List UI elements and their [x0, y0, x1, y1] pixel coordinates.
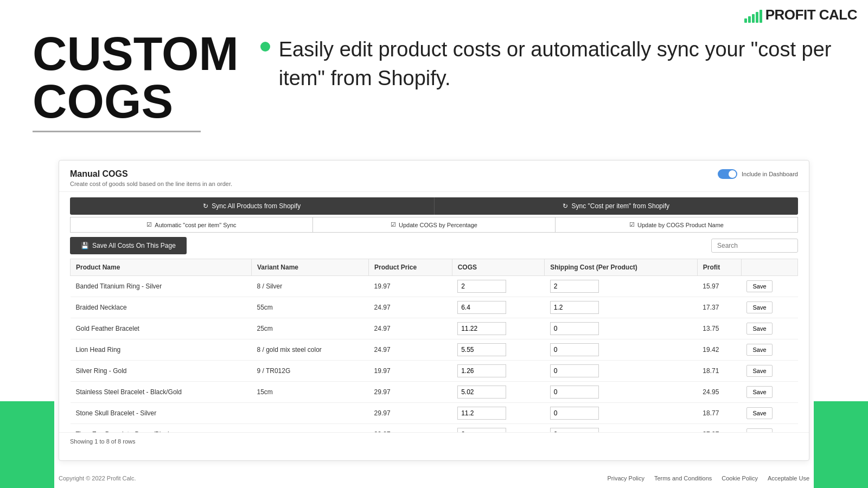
cell-cogs[interactable] — [452, 361, 545, 382]
cell-cogs[interactable] — [452, 424, 545, 433]
cell-save[interactable]: Save — [741, 318, 797, 339]
cell-variant-name — [251, 403, 368, 424]
shipping-input[interactable] — [550, 280, 599, 293]
cell-save[interactable]: Save — [741, 361, 797, 382]
cell-cogs[interactable] — [452, 276, 545, 297]
cell-profit: 27.97 — [697, 424, 741, 433]
cell-variant-name: 15cm — [251, 382, 368, 403]
save-row-button[interactable]: Save — [746, 344, 772, 356]
cell-shipping[interactable] — [545, 276, 698, 297]
cogs-input[interactable] — [457, 322, 506, 335]
cell-save[interactable]: Save — [741, 424, 797, 433]
hero-bullet-icon — [260, 42, 270, 52]
shipping-input[interactable] — [550, 364, 599, 377]
cogs-input[interactable] — [457, 428, 506, 432]
save-row-button[interactable]: Save — [746, 428, 772, 432]
sync-button-row: ↻ Sync All Products from Shopify ↻ Sync … — [70, 197, 798, 215]
cell-variant-name: 9 / TR012G — [251, 361, 368, 382]
update-by-name-button[interactable]: ☑ Update by COGS Product Name — [556, 217, 798, 233]
table-header-row: Product Name Variant Name Product Price … — [71, 259, 798, 276]
save-row-button[interactable]: Save — [746, 365, 772, 377]
cell-save[interactable]: Save — [741, 382, 797, 403]
cell-save[interactable]: Save — [741, 403, 797, 424]
cell-product-name: Lion Head Ring — [71, 339, 252, 361]
col-shipping-cost: Shipping Cost (Per Product) — [545, 259, 698, 276]
cell-shipping[interactable] — [545, 361, 698, 382]
cell-profit: 15.97 — [697, 276, 741, 297]
hero-title-block: CUSTOM COGS — [33, 30, 239, 132]
cogs-input[interactable] — [457, 407, 506, 420]
main-card: Manual COGS Create cost of goods sold ba… — [59, 160, 809, 461]
footer-link[interactable]: Cookie Policy — [722, 475, 758, 481]
sync-cost-button[interactable]: ↻ Sync "Cost per item" from Shopify — [434, 197, 799, 215]
cell-product-name: Silver Ring - Gold — [71, 361, 252, 382]
col-actions — [741, 259, 797, 276]
toggle-row: Include in Dashboard — [718, 169, 798, 179]
sync-all-products-button[interactable]: ↻ Sync All Products from Shopify — [70, 197, 434, 215]
save-row-button[interactable]: Save — [746, 323, 772, 335]
sync-icon: ↻ — [203, 202, 208, 210]
save-all-button[interactable]: 💾 Save All Costs On This Page — [70, 237, 187, 254]
include-dashboard-toggle[interactable] — [718, 169, 737, 179]
cell-shipping[interactable] — [545, 403, 698, 424]
cell-shipping[interactable] — [545, 318, 698, 339]
cell-product-name: Stone Skull Bracelet - Silver — [71, 403, 252, 424]
cell-cogs[interactable] — [452, 382, 545, 403]
sync-cost-icon: ↻ — [563, 202, 568, 210]
cell-profit: 18.71 — [697, 361, 741, 382]
table-footer: Showing 1 to 8 of 8 rows — [59, 432, 809, 450]
col-variant-name: Variant Name — [251, 259, 368, 276]
cell-cogs[interactable] — [452, 339, 545, 361]
brand-bar: PROFIT CALC — [733, 0, 868, 30]
hero-divider — [33, 131, 201, 132]
bar5-icon — [760, 10, 762, 23]
cell-save[interactable]: Save — [741, 339, 797, 361]
cell-cogs[interactable] — [452, 297, 545, 318]
cell-shipping[interactable] — [545, 424, 698, 433]
cell-cogs[interactable] — [452, 403, 545, 424]
cell-save[interactable]: Save — [741, 297, 797, 318]
cell-save[interactable]: Save — [741, 276, 797, 297]
cogs-input[interactable] — [457, 364, 506, 377]
products-table-container: Product Name Variant Name Product Price … — [70, 259, 798, 432]
search-input[interactable] — [711, 239, 798, 253]
cell-shipping[interactable] — [545, 297, 698, 318]
shipping-input[interactable] — [550, 322, 599, 335]
toggle-label: Include in Dashboard — [742, 171, 798, 177]
save-row-button[interactable]: Save — [746, 280, 772, 292]
update-cogs-percentage-button[interactable]: ☑ Update COGS by Percentage — [313, 217, 556, 233]
table-row: Lion Head Ring 8 / gold mix steel color … — [71, 339, 798, 361]
cogs-input[interactable] — [457, 301, 506, 314]
shipping-input[interactable] — [550, 428, 599, 432]
shipping-input[interactable] — [550, 343, 599, 356]
save-row-button[interactable]: Save — [746, 301, 772, 313]
shipping-input[interactable] — [550, 301, 599, 314]
save-row-button[interactable]: Save — [746, 386, 772, 398]
bar4-icon — [756, 12, 758, 23]
check3-icon: ☑ — [629, 221, 635, 228]
cogs-input[interactable] — [457, 386, 506, 399]
save-row-button[interactable]: Save — [746, 407, 772, 419]
shipping-input[interactable] — [550, 407, 599, 420]
col-cogs: COGS — [452, 259, 545, 276]
check-icon: ☑ — [146, 221, 152, 228]
shipping-input[interactable] — [550, 386, 599, 399]
cell-variant-name: 8 / gold mix steel color — [251, 339, 368, 361]
hero-title: CUSTOM COGS — [33, 30, 239, 125]
auto-sync-button[interactable]: ☑ Automatic "cost per item" Sync — [70, 217, 313, 233]
table-body: Banded Titanium Ring - Silver 8 / Silver… — [71, 276, 798, 433]
cell-product-name: Braided Necklace — [71, 297, 252, 318]
cell-cogs[interactable] — [452, 318, 545, 339]
cogs-input[interactable] — [457, 280, 506, 293]
cogs-input[interactable] — [457, 343, 506, 356]
footer-link[interactable]: Privacy Policy — [607, 475, 644, 481]
card-header: Manual COGS Create cost of goods sold ba… — [59, 160, 809, 192]
cell-shipping[interactable] — [545, 382, 698, 403]
bar1-icon — [744, 18, 747, 23]
brand-name: PROFIT CALC — [765, 7, 857, 23]
card-subtitle: Create cost of goods sold based on the l… — [70, 181, 232, 187]
cell-product-price: 24.97 — [369, 339, 452, 361]
footer-link[interactable]: Terms and Conditions — [654, 475, 712, 481]
cell-shipping[interactable] — [545, 339, 698, 361]
footer-link[interactable]: Acceptable Use — [768, 475, 809, 481]
